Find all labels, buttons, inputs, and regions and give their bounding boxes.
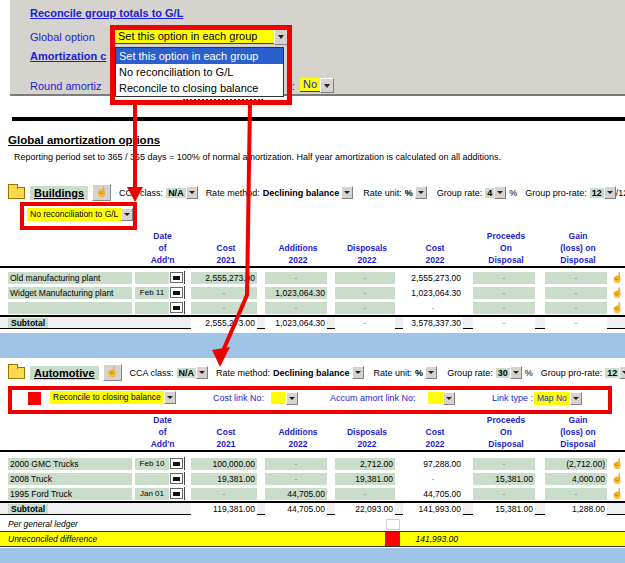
cost-2021-cell[interactable]: 2,555,273.00	[191, 272, 257, 284]
gain-cell[interactable]: -	[545, 302, 607, 314]
drilldown-icon[interactable]: ☝	[611, 458, 625, 469]
cost-2021-cell[interactable]: 100,000.00	[191, 458, 257, 470]
additions-cell[interactable]: -	[265, 458, 327, 470]
disposals-cell[interactable]: -	[335, 488, 395, 500]
chevron-down-icon[interactable]	[425, 366, 437, 379]
date-cell[interactable]	[135, 302, 169, 314]
global-option-dropdown[interactable]: Set this option in each group	[115, 29, 288, 45]
asset-name-cell[interactable]: Widget Manufacturing plant	[8, 287, 132, 299]
chevron-down-icon[interactable]	[510, 366, 522, 379]
gain-cell[interactable]: -	[545, 287, 607, 299]
date-cell[interactable]: Feb 11 17	[135, 287, 169, 299]
date-picker-button[interactable]	[170, 458, 183, 469]
asset-name-cell[interactable]	[8, 302, 132, 314]
group-prorate-value[interactable]: 12	[590, 188, 604, 198]
chevron-down-icon[interactable]	[415, 186, 427, 199]
cost-link-value-cell[interactable]	[271, 392, 286, 404]
link-type-dropdown[interactable]: Map No	[534, 392, 582, 405]
drilldown-button[interactable]: ☝	[92, 184, 111, 201]
proceeds-cell[interactable]: -	[473, 287, 535, 299]
group-name-automotive[interactable]: Automotive	[30, 366, 99, 380]
drilldown-icon[interactable]: ☝	[611, 302, 625, 313]
drilldown-icon[interactable]: ☝	[611, 287, 625, 298]
cost-2021-cell[interactable]: -	[191, 488, 257, 500]
drilldown-icon[interactable]: ☝	[611, 272, 625, 283]
global-option-open-list[interactable]: Set this option in each group No reconci…	[115, 47, 284, 97]
automotive-reconcile-value[interactable]: Reconcile to closing balance	[50, 391, 164, 404]
date-picker-button[interactable]	[170, 302, 183, 313]
link-type-value[interactable]: Map No	[534, 392, 570, 405]
cost-2021-cell[interactable]: 19,381.00	[191, 473, 257, 485]
drilldown-icon[interactable]: ☝	[611, 473, 625, 484]
list-option-reconcile-closing[interactable]: Reconcile to closing balance	[116, 80, 283, 96]
gain-cell[interactable]: (2,712.00)	[545, 458, 607, 470]
disposals-cell[interactable]: -	[335, 287, 395, 299]
group-color-swatch[interactable]	[28, 392, 41, 405]
group-name-buildings[interactable]: Buildings	[30, 186, 88, 200]
asset-name-cell[interactable]: 2000 GMC Trucks	[8, 458, 132, 470]
gain-cell[interactable]: -	[545, 488, 607, 500]
drilldown-icon[interactable]: ☝	[611, 488, 625, 499]
date-cell[interactable]: Jan 01 18	[135, 488, 169, 500]
additions-cell[interactable]: -	[265, 302, 327, 314]
proceeds-cell[interactable]: -	[473, 458, 535, 470]
date-picker-button[interactable]	[170, 473, 183, 484]
date-picker-button[interactable]	[170, 287, 183, 298]
chevron-down-icon[interactable]	[570, 392, 582, 405]
round-amortization-dropdown[interactable]: No	[300, 78, 334, 93]
chevron-down-icon[interactable]	[186, 186, 198, 199]
list-option-no-reconciliation[interactable]: No reconciliation to G/L	[116, 64, 283, 80]
list-option-set-in-each-group[interactable]: Set this option in each group	[116, 48, 283, 64]
group-rate-value[interactable]: 30	[496, 368, 510, 378]
disposals-cell[interactable]: -	[335, 302, 395, 314]
chevron-down-icon[interactable]	[341, 186, 353, 199]
proceeds-cell[interactable]: -	[473, 272, 535, 284]
chevron-down-icon[interactable]	[443, 392, 455, 405]
additions-cell[interactable]: 1,023,064.30	[265, 287, 327, 299]
disposals-cell[interactable]: 19,381.00	[335, 473, 395, 485]
chevron-down-icon[interactable]	[286, 392, 298, 405]
proceeds-cell[interactable]: -	[473, 488, 535, 500]
asset-name-cell[interactable]: Old manufacturing plant	[8, 272, 132, 284]
buildings-reconcile-dropdown[interactable]: No reconciliation to G/L	[27, 208, 133, 221]
date-cell[interactable]: Feb 10 16	[135, 458, 169, 470]
gain-cell[interactable]: 4,000.00	[545, 473, 607, 485]
buildings-reconcile-value[interactable]: No reconciliation to G/L	[27, 208, 121, 221]
folder-icon[interactable]	[8, 367, 25, 379]
proceeds-cell[interactable]: -	[473, 302, 535, 314]
chevron-down-icon[interactable]	[196, 366, 208, 379]
accum-amort-link-dropdown[interactable]	[428, 392, 455, 405]
round-amortization-value[interactable]: No	[300, 78, 320, 92]
asset-name-cell[interactable]: 1995 Ford Truck	[8, 488, 132, 500]
chevron-down-icon[interactable]	[164, 391, 176, 404]
additions-cell[interactable]: -	[265, 272, 327, 284]
drilldown-button[interactable]: ☝	[103, 364, 122, 381]
chevron-down-icon[interactable]	[121, 208, 133, 221]
amortization-heading-fragment[interactable]: Amortization c	[30, 50, 106, 62]
date-cell[interactable]	[135, 473, 169, 485]
disposals-cell[interactable]: -	[335, 272, 395, 284]
chevron-down-icon[interactable]	[352, 366, 364, 379]
additions-cell[interactable]: -	[265, 473, 327, 485]
cca-class-value[interactable]: N/A	[166, 188, 186, 198]
automotive-reconcile-dropdown[interactable]: Reconcile to closing balance	[50, 391, 176, 404]
cost-2021-cell[interactable]: -	[191, 302, 257, 314]
rate-unit-value[interactable]: %	[405, 188, 413, 198]
date-picker-button[interactable]	[170, 488, 183, 499]
group-rate-value[interactable]: 4	[485, 188, 494, 198]
date-cell[interactable]	[135, 272, 169, 284]
cost-2021-cell[interactable]: -	[191, 287, 257, 299]
reconcile-group-totals-link[interactable]: Reconcile group totals to G/L	[30, 7, 183, 19]
folder-icon[interactable]	[8, 187, 25, 199]
cca-class-value[interactable]: N/A	[177, 368, 197, 378]
rate-unit-value[interactable]: %	[415, 368, 423, 378]
chevron-down-icon[interactable]	[604, 186, 616, 199]
disposals-cell[interactable]: 2,712.00	[335, 458, 395, 470]
rate-method-value[interactable]: Declining balance	[263, 188, 340, 198]
asset-name-cell[interactable]: 2008 Truck	[8, 473, 132, 485]
chevron-down-icon[interactable]	[494, 186, 506, 199]
chevron-down-icon[interactable]	[320, 78, 334, 93]
chevron-down-icon[interactable]	[274, 29, 288, 45]
additions-cell[interactable]: 44,705.00	[265, 488, 327, 500]
global-option-dropdown-value[interactable]: Set this option in each group	[115, 29, 274, 44]
